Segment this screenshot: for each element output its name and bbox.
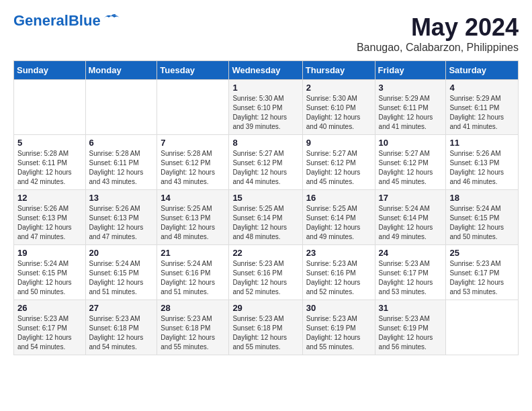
calendar-cell: 25Sunrise: 5:23 AM Sunset: 6:17 PM Dayli… [446, 245, 519, 300]
day-info: Sunrise: 5:28 AM Sunset: 6:12 PM Dayligh… [161, 149, 225, 187]
day-number: 19 [17, 248, 82, 258]
weekday-header: Monday [85, 61, 157, 80]
calendar-cell: 21Sunrise: 5:24 AM Sunset: 6:16 PM Dayli… [157, 245, 229, 300]
calendar-cell: 15Sunrise: 5:25 AM Sunset: 6:14 PM Dayli… [229, 190, 302, 245]
weekday-header: Friday [375, 61, 446, 80]
day-number: 31 [379, 303, 443, 313]
calendar-cell [85, 80, 157, 135]
month-title: May 2024 [357, 13, 519, 42]
day-info: Sunrise: 5:27 AM Sunset: 6:12 PM Dayligh… [379, 149, 443, 187]
day-info: Sunrise: 5:27 AM Sunset: 6:12 PM Dayligh… [306, 149, 371, 187]
calendar-cell: 6Sunrise: 5:28 AM Sunset: 6:11 PM Daylig… [85, 135, 157, 190]
calendar-week-row: 5Sunrise: 5:28 AM Sunset: 6:11 PM Daylig… [14, 135, 519, 190]
day-number: 4 [449, 83, 515, 93]
calendar-cell: 1Sunrise: 5:30 AM Sunset: 6:10 PM Daylig… [229, 80, 302, 135]
weekday-header: Tuesday [157, 61, 229, 80]
weekday-header: Wednesday [229, 61, 302, 80]
logo-text: GeneralBlue [13, 13, 101, 28]
day-info: Sunrise: 5:25 AM Sunset: 6:13 PM Dayligh… [161, 204, 225, 242]
day-info: Sunrise: 5:28 AM Sunset: 6:11 PM Dayligh… [17, 149, 82, 187]
day-number: 5 [17, 138, 82, 148]
calendar-table: SundayMondayTuesdayWednesdayThursdayFrid… [13, 60, 519, 355]
calendar-cell: 26Sunrise: 5:23 AM Sunset: 6:17 PM Dayli… [14, 300, 86, 355]
calendar-cell: 22Sunrise: 5:23 AM Sunset: 6:16 PM Dayli… [229, 245, 302, 300]
day-number: 16 [306, 193, 371, 203]
day-number: 10 [379, 138, 443, 148]
day-info: Sunrise: 5:29 AM Sunset: 6:11 PM Dayligh… [379, 94, 443, 132]
day-info: Sunrise: 5:28 AM Sunset: 6:11 PM Dayligh… [89, 149, 154, 187]
day-number: 15 [232, 193, 298, 203]
day-number: 7 [161, 138, 225, 148]
day-info: Sunrise: 5:24 AM Sunset: 6:15 PM Dayligh… [449, 204, 515, 242]
day-number: 24 [379, 248, 443, 258]
calendar-cell: 3Sunrise: 5:29 AM Sunset: 6:11 PM Daylig… [375, 80, 446, 135]
calendar-cell: 9Sunrise: 5:27 AM Sunset: 6:12 PM Daylig… [302, 135, 375, 190]
logo-bird-icon [102, 12, 121, 24]
day-info: Sunrise: 5:23 AM Sunset: 6:18 PM Dayligh… [89, 314, 154, 352]
day-info: Sunrise: 5:23 AM Sunset: 6:17 PM Dayligh… [449, 259, 515, 297]
day-number: 26 [17, 303, 82, 313]
day-info: Sunrise: 5:23 AM Sunset: 6:16 PM Dayligh… [306, 259, 371, 297]
calendar-cell: 27Sunrise: 5:23 AM Sunset: 6:18 PM Dayli… [85, 300, 157, 355]
day-number: 28 [161, 303, 225, 313]
day-number: 11 [449, 138, 515, 148]
day-number: 3 [379, 83, 443, 93]
calendar-cell: 23Sunrise: 5:23 AM Sunset: 6:16 PM Dayli… [302, 245, 375, 300]
day-info: Sunrise: 5:25 AM Sunset: 6:14 PM Dayligh… [232, 204, 298, 242]
calendar-cell: 20Sunrise: 5:24 AM Sunset: 6:15 PM Dayli… [85, 245, 157, 300]
day-number: 21 [161, 248, 225, 258]
calendar-week-row: 26Sunrise: 5:23 AM Sunset: 6:17 PM Dayli… [14, 300, 519, 355]
day-number: 12 [17, 193, 82, 203]
day-number: 8 [232, 138, 298, 148]
calendar-cell: 10Sunrise: 5:27 AM Sunset: 6:12 PM Dayli… [375, 135, 446, 190]
location: Banugao, Calabarzon, Philippines [357, 42, 519, 54]
day-number: 2 [306, 83, 371, 93]
calendar-cell: 7Sunrise: 5:28 AM Sunset: 6:12 PM Daylig… [157, 135, 229, 190]
day-number: 23 [306, 248, 371, 258]
day-number: 27 [89, 303, 154, 313]
calendar-cell: 4Sunrise: 5:29 AM Sunset: 6:11 PM Daylig… [446, 80, 519, 135]
weekday-header: Saturday [446, 61, 519, 80]
calendar-cell: 16Sunrise: 5:25 AM Sunset: 6:14 PM Dayli… [302, 190, 375, 245]
day-info: Sunrise: 5:27 AM Sunset: 6:12 PM Dayligh… [232, 149, 298, 187]
day-info: Sunrise: 5:30 AM Sunset: 6:10 PM Dayligh… [306, 94, 371, 132]
day-info: Sunrise: 5:24 AM Sunset: 6:15 PM Dayligh… [89, 259, 154, 297]
day-number: 29 [232, 303, 298, 313]
day-info: Sunrise: 5:26 AM Sunset: 6:13 PM Dayligh… [89, 204, 154, 242]
day-number: 9 [306, 138, 371, 148]
day-info: Sunrise: 5:24 AM Sunset: 6:15 PM Dayligh… [17, 259, 82, 297]
calendar-cell: 19Sunrise: 5:24 AM Sunset: 6:15 PM Dayli… [14, 245, 86, 300]
calendar-cell [157, 80, 229, 135]
weekday-header: Thursday [302, 61, 375, 80]
calendar-cell: 28Sunrise: 5:23 AM Sunset: 6:18 PM Dayli… [157, 300, 229, 355]
day-number: 25 [449, 248, 515, 258]
day-info: Sunrise: 5:30 AM Sunset: 6:10 PM Dayligh… [232, 94, 298, 132]
title-block: May 2024 Banugao, Calabarzon, Philippine… [357, 13, 519, 54]
calendar-week-row: 1Sunrise: 5:30 AM Sunset: 6:10 PM Daylig… [14, 80, 519, 135]
weekday-header: Sunday [14, 61, 86, 80]
calendar-week-row: 19Sunrise: 5:24 AM Sunset: 6:15 PM Dayli… [14, 245, 519, 300]
day-info: Sunrise: 5:26 AM Sunset: 6:13 PM Dayligh… [449, 149, 515, 187]
day-number: 20 [89, 248, 154, 258]
weekday-header-row: SundayMondayTuesdayWednesdayThursdayFrid… [14, 61, 519, 80]
calendar-cell: 29Sunrise: 5:23 AM Sunset: 6:18 PM Dayli… [229, 300, 302, 355]
day-number: 22 [232, 248, 298, 258]
day-info: Sunrise: 5:23 AM Sunset: 6:16 PM Dayligh… [232, 259, 298, 297]
calendar-cell: 5Sunrise: 5:28 AM Sunset: 6:11 PM Daylig… [14, 135, 86, 190]
day-info: Sunrise: 5:26 AM Sunset: 6:13 PM Dayligh… [17, 204, 82, 242]
day-number: 30 [306, 303, 371, 313]
calendar-cell: 12Sunrise: 5:26 AM Sunset: 6:13 PM Dayli… [14, 190, 86, 245]
calendar-cell [446, 300, 519, 355]
day-info: Sunrise: 5:23 AM Sunset: 6:18 PM Dayligh… [161, 314, 225, 352]
day-info: Sunrise: 5:23 AM Sunset: 6:19 PM Dayligh… [379, 314, 443, 352]
logo-general: General [13, 12, 69, 29]
calendar-cell: 17Sunrise: 5:24 AM Sunset: 6:14 PM Dayli… [375, 190, 446, 245]
day-info: Sunrise: 5:23 AM Sunset: 6:17 PM Dayligh… [17, 314, 82, 352]
day-number: 17 [379, 193, 443, 203]
day-number: 13 [89, 193, 154, 203]
day-number: 14 [161, 193, 225, 203]
calendar-cell: 8Sunrise: 5:27 AM Sunset: 6:12 PM Daylig… [229, 135, 302, 190]
calendar-cell: 11Sunrise: 5:26 AM Sunset: 6:13 PM Dayli… [446, 135, 519, 190]
calendar-cell: 24Sunrise: 5:23 AM Sunset: 6:17 PM Dayli… [375, 245, 446, 300]
logo: GeneralBlue [13, 13, 121, 28]
